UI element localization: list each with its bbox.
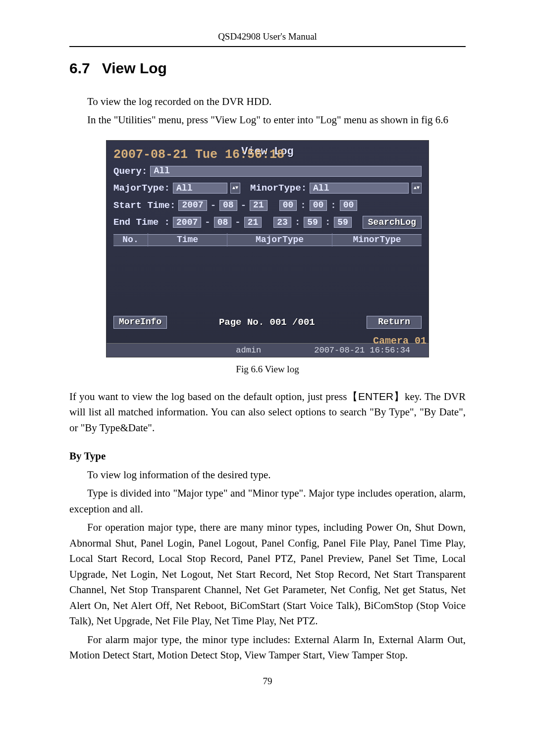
- minortype-select[interactable]: All: [310, 183, 409, 194]
- query-select[interactable]: All: [150, 166, 422, 177]
- majortype-select[interactable]: All: [173, 183, 227, 194]
- figure-viewlog: 2007-08-21 Tue 16:56:18 View Log Query: …: [106, 140, 429, 358]
- th-no: No.: [113, 233, 148, 247]
- searchlog-button[interactable]: SearchLog: [363, 216, 422, 229]
- enter-key: 【ENTER】: [347, 391, 405, 402]
- th-time: Time: [148, 233, 227, 247]
- bytype-heading: By Type: [69, 449, 466, 464]
- th-majortype: MajorType: [227, 233, 332, 247]
- log-table-header: No. Time MajorType MinorType: [113, 234, 422, 246]
- start-year[interactable]: 2007: [178, 200, 207, 211]
- return-button[interactable]: Return: [367, 316, 422, 329]
- intro-line-1: To view the log recorded on the DVR HDD.: [87, 94, 466, 110]
- bytype-p3: For operation major type, there are many…: [69, 520, 466, 629]
- bytype-p2: Type is divided into "Major type" and "M…: [69, 486, 466, 517]
- intro-line-2: In the "Utilities" menu, press "View Log…: [87, 112, 466, 128]
- minortype-label: MinorType:: [250, 181, 307, 196]
- end-month[interactable]: 08: [214, 217, 232, 228]
- endtime-label: End Time :: [113, 215, 170, 230]
- bytype-p1: To view log information of the desired t…: [87, 467, 466, 483]
- query-label: Query:: [113, 164, 147, 179]
- end-sec[interactable]: 59: [334, 217, 352, 228]
- starttime-label: Start Time:: [113, 199, 175, 213]
- page-number: 79: [69, 674, 466, 689]
- section-title-text: View Log: [102, 60, 167, 76]
- section-number: 6.7: [69, 60, 90, 76]
- end-min[interactable]: 59: [304, 217, 321, 228]
- figure-caption: Fig 6.6 View log: [69, 362, 466, 377]
- start-min[interactable]: 00: [310, 200, 327, 211]
- start-month[interactable]: 08: [219, 200, 237, 211]
- end-day[interactable]: 21: [244, 217, 262, 228]
- bytype-p4: For alarm major type, the minor type inc…: [69, 632, 466, 663]
- osd-datetime-overlay: 2007-08-21 Tue 16:56:18: [113, 146, 284, 164]
- section-heading: 6.7View Log: [69, 57, 466, 79]
- start-day[interactable]: 21: [250, 200, 268, 211]
- moreinfo-button[interactable]: MoreInfo: [113, 316, 167, 329]
- log-table-body: [113, 246, 422, 310]
- status-bar: Camera 01 admin 2007-08-21 16:56:34: [107, 343, 428, 357]
- paragraph-default-option: If you want to view the log based on the…: [69, 389, 466, 436]
- majortype-label: MajorType:: [113, 181, 170, 196]
- osd-camera-overlay: Camera 01: [373, 334, 427, 349]
- page-indicator: Page No. 001 /001: [219, 315, 315, 330]
- end-hour[interactable]: 23: [273, 217, 291, 228]
- minortype-spinner-icon[interactable]: ▲▼: [412, 183, 422, 194]
- th-minortype: MinorType: [332, 233, 422, 247]
- page-header: QSD42908 User's Manual: [69, 30, 466, 47]
- start-sec[interactable]: 00: [340, 200, 358, 211]
- start-hour[interactable]: 00: [279, 200, 297, 211]
- end-year[interactable]: 2007: [173, 217, 201, 228]
- status-user: admin: [201, 344, 296, 357]
- majortype-spinner-icon[interactable]: ▲▼: [230, 183, 240, 194]
